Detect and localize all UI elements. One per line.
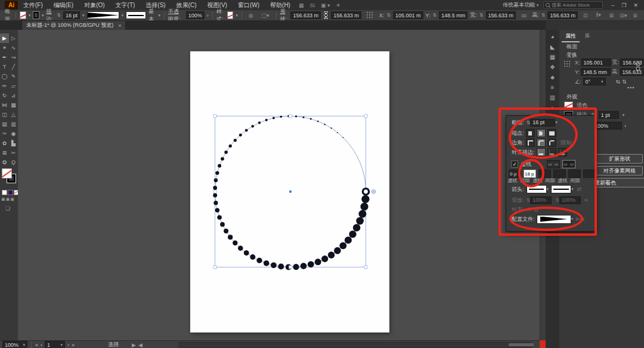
isolate-icon[interactable]: ⫴▾: [593, 12, 604, 19]
transform-more-icon[interactable]: ⊡: [580, 13, 591, 19]
screen-mode-icon[interactable]: ❏: [5, 205, 10, 211]
transform-more-options[interactable]: •••: [627, 85, 634, 91]
first-artboard-icon[interactable]: «: [35, 342, 38, 348]
flip-along-icon[interactable]: ⊳⊲: [575, 216, 584, 222]
prev-artboard-icon[interactable]: ‹: [41, 342, 42, 348]
stroke-caret[interactable]: ▾: [42, 13, 44, 18]
constrain-proportions-icon[interactable]: [636, 62, 640, 72]
expand-shape-button[interactable]: 扩展形状: [596, 154, 643, 164]
type-tool[interactable]: T: [0, 62, 9, 72]
free-transform-tool[interactable]: ▦: [9, 100, 18, 110]
next-artboard-icon[interactable]: ›: [67, 342, 69, 348]
panel-menu-icon[interactable]: ≣: [630, 13, 640, 19]
workspace-switcher[interactable]: 传统基本功能 ▾: [503, 1, 538, 9]
lasso-tool[interactable]: ∿: [9, 43, 18, 53]
perspective-grid-tool[interactable]: △: [9, 110, 18, 119]
layout-switch-icon[interactable]: ▣ ▾: [318, 2, 333, 8]
align-inside-button[interactable]: [547, 148, 556, 156]
gradient-icon[interactable]: ◐: [550, 104, 554, 110]
artboard-navigation-dropdown[interactable]: 1▾: [45, 341, 65, 348]
arrange-icon[interactable]: ⊟▾: [617, 13, 630, 19]
minimize-button[interactable]: –: [608, 2, 618, 8]
align-pixel-grid-button[interactable]: 对齐像素网格: [596, 166, 643, 175]
horizontal-scrollbar-thumb[interactable]: [509, 343, 534, 346]
flip-vertical-icon[interactable]: ⇅: [622, 79, 627, 85]
zoom-tool[interactable]: Ϙ: [9, 158, 18, 167]
x-field[interactable]: 105.001: [581, 58, 611, 66]
last-artboard-icon[interactable]: »: [72, 342, 75, 348]
stroke-weight-field[interactable]: 16 pt: [63, 11, 80, 19]
color-guide-icon[interactable]: ◣: [550, 44, 555, 50]
gradient-tool[interactable]: ▥: [9, 119, 18, 129]
document-tab[interactable]: 未标题-1* @ 100% (RGB/GPU 预览) ×: [21, 20, 126, 30]
shape-builder-tool[interactable]: ◫: [0, 110, 9, 119]
direct-selection-tool[interactable]: ▷: [9, 33, 18, 43]
swap-arrowheads-icon[interactable]: ⇄: [577, 186, 582, 192]
eyedropper-tool[interactable]: ✑: [0, 129, 9, 138]
flip-horizontal-icon[interactable]: ⇆: [616, 79, 621, 85]
weight-field[interactable]: 16 pt: [530, 119, 555, 127]
tab-properties[interactable]: 属性: [562, 31, 580, 42]
paintbrush-tool[interactable]: ✎: [9, 72, 18, 81]
shape-height-field[interactable]: 156.633 m: [331, 11, 361, 19]
scale-tool[interactable]: ⊿: [9, 91, 18, 100]
status-back-icon[interactable]: ◀: [138, 342, 143, 348]
horizontal-scrollbar[interactable]: [179, 342, 532, 348]
tab-libraries[interactable]: 库: [581, 31, 594, 41]
dash-preserve-button[interactable]: ▭ ▭: [547, 160, 560, 168]
corner-round-button[interactable]: [537, 138, 546, 147]
gradient-button[interactable]: [8, 190, 13, 195]
pencil-tool[interactable]: ✏: [0, 81, 9, 91]
line-segment-tool[interactable]: ╱: [9, 62, 18, 72]
pen-tool[interactable]: ✒: [0, 53, 9, 62]
constrain-icon[interactable]: ꝏ: [518, 13, 530, 19]
menu-item-7[interactable]: 窗口(W): [233, 1, 265, 10]
y-field[interactable]: 148.5 mm: [581, 68, 611, 76]
brush-preview[interactable]: [126, 11, 146, 19]
slice-tool[interactable]: ✂: [9, 148, 18, 158]
y-field[interactable]: 148.5 mm: [439, 11, 467, 19]
magic-wand-tool[interactable]: ✶: [0, 43, 9, 53]
column-graph-tool[interactable]: ▙: [9, 138, 18, 148]
restore-button[interactable]: ❐: [618, 2, 630, 8]
ellipse-tool[interactable]: ◯: [0, 72, 9, 81]
recolor-button[interactable]: 重新着色: [592, 178, 644, 187]
fill-swatch[interactable]: [564, 101, 573, 109]
curvature-tool[interactable]: ↝: [9, 53, 18, 62]
cap-projecting-button[interactable]: [547, 129, 556, 137]
stroke-color-swatch[interactable]: [33, 11, 39, 19]
align-center-button[interactable]: [537, 148, 546, 156]
artboards-icon[interactable]: ▥: [550, 94, 555, 100]
color-button[interactable]: [2, 190, 7, 195]
fill-caret[interactable]: ▾: [29, 13, 31, 18]
dashed-line-checkbox[interactable]: ✓: [511, 161, 518, 168]
shape-width-field[interactable]: 156.633 m: [290, 11, 321, 19]
brushes-icon[interactable]: ❖: [550, 64, 555, 70]
dash-field-5[interactable]: [583, 170, 596, 178]
opacity-more[interactable]: ›: [624, 123, 626, 129]
corner-miter-button[interactable]: [526, 138, 535, 147]
blend-tool[interactable]: ◉: [9, 129, 18, 138]
symbols-icon[interactable]: ♣: [550, 74, 555, 80]
x-field[interactable]: 105.001 m: [393, 11, 423, 19]
selection-tool[interactable]: ▶: [0, 33, 9, 43]
symbol-sprayer-tool[interactable]: ✿: [0, 138, 9, 148]
cap-round-button[interactable]: [537, 129, 546, 137]
tab-close-icon[interactable]: ×: [118, 23, 121, 29]
search-input[interactable]: 搜索 Adobe Stock: [543, 1, 603, 9]
w-field[interactable]: 156.633: [620, 58, 644, 66]
swatches-icon[interactable]: ▦: [550, 54, 555, 60]
hand-tool[interactable]: ❂: [0, 158, 9, 167]
arrowhead-end-dropdown[interactable]: [551, 185, 571, 193]
corner-bevel-button[interactable]: [547, 138, 556, 147]
draw-normal-icon[interactable]: ▣: [1, 197, 5, 202]
share-icon[interactable]: ✈: [333, 2, 344, 8]
style-swatch[interactable]: [227, 11, 234, 19]
artboard-tool[interactable]: ⊞: [0, 148, 9, 158]
opacity-field[interactable]: 100%: [186, 11, 205, 19]
link-dimensions-icon[interactable]: [323, 11, 329, 20]
stroke-weight-field[interactable]: 1 pt: [599, 111, 619, 119]
arrange-documents-icon[interactable]: ▦: [296, 2, 307, 8]
opacity-field[interactable]: 100%: [592, 122, 622, 130]
dash-align-button[interactable]: ▭ ▭: [562, 160, 575, 168]
